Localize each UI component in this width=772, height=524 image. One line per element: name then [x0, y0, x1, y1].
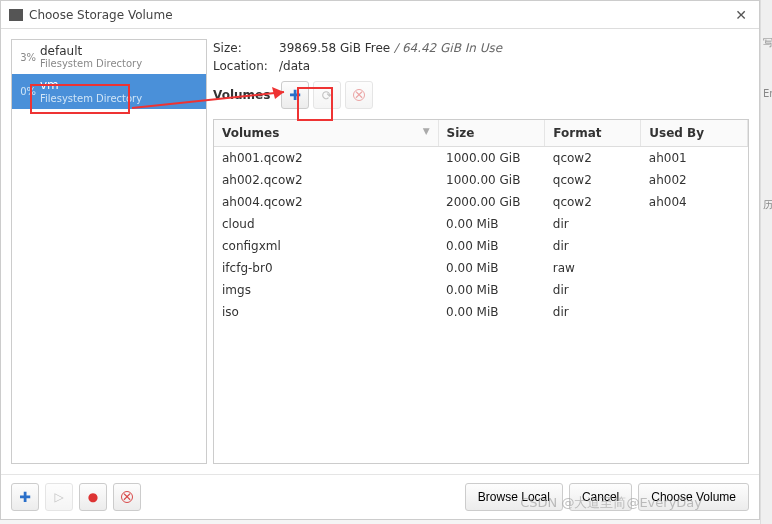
- cell-usedby: ah004: [641, 191, 748, 213]
- storage-pool-list: 3% default Filesystem Directory 0% vm Fi…: [11, 39, 207, 464]
- refresh-volumes-button[interactable]: ⟳: [313, 81, 341, 109]
- add-volume-button[interactable]: ✚: [281, 81, 309, 109]
- add-pool-button[interactable]: ✚: [11, 483, 39, 511]
- cell-size: 1000.00 GiB: [438, 169, 545, 191]
- start-pool-button[interactable]: ▷: [45, 483, 73, 511]
- cell-usedby: ah001: [641, 147, 748, 170]
- delete-icon: ✕: [121, 491, 133, 503]
- cell-size: 0.00 MiB: [438, 235, 545, 257]
- titlebar: Choose Storage Volume ✕: [1, 1, 759, 29]
- cell-usedby: [641, 213, 748, 235]
- cell-vol: ifcfg-br0: [214, 257, 438, 279]
- cell-usedby: [641, 235, 748, 257]
- refresh-icon: ⟳: [322, 88, 333, 103]
- table-row[interactable]: ifcfg-br00.00 MiBraw: [214, 257, 748, 279]
- size-label: Size:: [213, 41, 279, 55]
- cell-size: 2000.00 GiB: [438, 191, 545, 213]
- stop-pool-button[interactable]: ●: [79, 483, 107, 511]
- location-value: /data: [279, 59, 310, 73]
- pool-name: default: [40, 44, 200, 58]
- browse-local-button[interactable]: Browse Local: [465, 483, 563, 511]
- cell-format: qcow2: [545, 169, 641, 191]
- cell-format: dir: [545, 235, 641, 257]
- play-icon: ▷: [54, 490, 63, 504]
- cell-size: 0.00 MiB: [438, 279, 545, 301]
- cell-format: dir: [545, 213, 641, 235]
- table-row[interactable]: ah001.qcow21000.00 GiBqcow2ah001: [214, 147, 748, 170]
- sort-icon: ▼: [423, 126, 430, 136]
- cell-vol: iso: [214, 301, 438, 323]
- choose-volume-button[interactable]: Choose Volume: [638, 483, 749, 511]
- delete-volume-button[interactable]: ✕: [345, 81, 373, 109]
- cell-size: 0.00 MiB: [438, 213, 545, 235]
- table-row[interactable]: imgs0.00 MiBdir: [214, 279, 748, 301]
- cell-format: qcow2: [545, 147, 641, 170]
- delete-pool-button[interactable]: ✕: [113, 483, 141, 511]
- cell-vol: configxml: [214, 235, 438, 257]
- cancel-button[interactable]: Cancel: [569, 483, 632, 511]
- col-size[interactable]: Size: [438, 120, 545, 147]
- pool-usage-pct: 3%: [18, 52, 36, 63]
- close-window-button[interactable]: ✕: [731, 5, 751, 25]
- col-format[interactable]: Format: [545, 120, 641, 147]
- location-label: Location:: [213, 59, 279, 73]
- pool-type: Filesystem Directory: [40, 93, 200, 105]
- record-icon: ●: [88, 490, 98, 504]
- cell-vol: ah002.qcow2: [214, 169, 438, 191]
- size-value: 39869.58 GiB Free / 64.42 GiB In Use: [279, 41, 502, 55]
- table-row[interactable]: ah004.qcow22000.00 GiBqcow2ah004: [214, 191, 748, 213]
- cell-size: 0.00 MiB: [438, 301, 545, 323]
- close-icon: ✕: [735, 7, 747, 23]
- pool-type: Filesystem Directory: [40, 58, 200, 70]
- cell-usedby: [641, 279, 748, 301]
- volumes-label: Volumes: [213, 88, 273, 102]
- cell-format: dir: [545, 301, 641, 323]
- table-row[interactable]: cloud0.00 MiBdir: [214, 213, 748, 235]
- cell-vol: ah004.qcow2: [214, 191, 438, 213]
- plus-icon: ✚: [19, 489, 31, 505]
- cell-vol: ah001.qcow2: [214, 147, 438, 170]
- plus-icon: ✚: [289, 87, 301, 103]
- table-row[interactable]: iso0.00 MiBdir: [214, 301, 748, 323]
- table-row[interactable]: configxml0.00 MiBdir: [214, 235, 748, 257]
- cell-usedby: ah002: [641, 169, 748, 191]
- cell-format: qcow2: [545, 191, 641, 213]
- window-title: Choose Storage Volume: [29, 8, 173, 22]
- cell-format: dir: [545, 279, 641, 301]
- cell-format: raw: [545, 257, 641, 279]
- pool-usage-pct: 0%: [18, 86, 36, 97]
- cell-vol: cloud: [214, 213, 438, 235]
- pool-item-vm[interactable]: 0% vm Filesystem Directory: [12, 74, 206, 108]
- cell-size: 1000.00 GiB: [438, 147, 545, 170]
- pool-name: vm: [40, 78, 200, 92]
- col-volumes[interactable]: Volumes▼: [214, 120, 438, 147]
- volume-app-icon: [9, 9, 23, 21]
- right-sidebar-strip: 写 En 历: [760, 0, 772, 524]
- delete-icon: ✕: [353, 89, 365, 101]
- col-usedby[interactable]: Used By: [641, 120, 748, 147]
- cell-usedby: [641, 301, 748, 323]
- cell-size: 0.00 MiB: [438, 257, 545, 279]
- cell-usedby: [641, 257, 748, 279]
- volumes-table: Volumes▼ Size Format Used By ah001.qcow2…: [213, 119, 749, 464]
- pool-item-default[interactable]: 3% default Filesystem Directory: [12, 40, 206, 74]
- cell-vol: imgs: [214, 279, 438, 301]
- table-row[interactable]: ah002.qcow21000.00 GiBqcow2ah002: [214, 169, 748, 191]
